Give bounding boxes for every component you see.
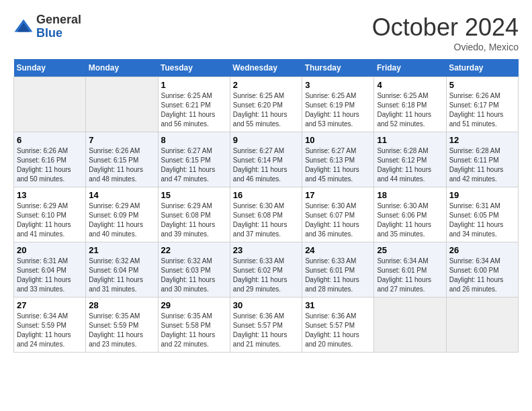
day-info: Sunrise: 6:28 AMSunset: 6:12 PMDaylight:…	[377, 146, 443, 184]
day-number: 2	[233, 80, 299, 90]
title-block: October 2024 Oviedo, Mexico	[372, 13, 519, 52]
day-info: Sunrise: 6:26 AMSunset: 6:16 PMDaylight:…	[17, 146, 83, 184]
day-cell-27: 27Sunrise: 6:34 AMSunset: 5:59 PMDayligh…	[14, 298, 86, 353]
week-row-5: 27Sunrise: 6:34 AMSunset: 5:59 PMDayligh…	[14, 298, 519, 353]
day-info: Sunrise: 6:26 AMSunset: 6:15 PMDaylight:…	[89, 146, 154, 184]
logo: General Blue	[13, 13, 81, 40]
day-info: Sunrise: 6:28 AMSunset: 6:11 PMDaylight:…	[449, 146, 515, 184]
day-cell-29: 29Sunrise: 6:35 AMSunset: 5:58 PMDayligh…	[158, 298, 230, 353]
location: Oviedo, Mexico	[372, 42, 519, 52]
day-cell-11: 11Sunrise: 6:28 AMSunset: 6:12 PMDayligh…	[374, 132, 446, 187]
day-cell-19: 19Sunrise: 6:31 AMSunset: 6:05 PMDayligh…	[446, 187, 518, 242]
day-cell-26: 26Sunrise: 6:34 AMSunset: 6:00 PMDayligh…	[446, 242, 518, 298]
day-number: 19	[449, 190, 515, 200]
day-info: Sunrise: 6:31 AMSunset: 6:04 PMDaylight:…	[17, 257, 83, 294]
day-number: 23	[233, 245, 299, 255]
empty-cell	[374, 298, 446, 353]
day-info: Sunrise: 6:29 AMSunset: 6:08 PMDaylight:…	[161, 201, 227, 239]
day-cell-12: 12Sunrise: 6:28 AMSunset: 6:11 PMDayligh…	[446, 132, 518, 187]
day-number: 26	[449, 245, 515, 255]
day-info: Sunrise: 6:34 AMSunset: 5:59 PMDaylight:…	[17, 312, 83, 349]
day-info: Sunrise: 6:34 AMSunset: 6:01 PMDaylight:…	[377, 257, 443, 294]
day-cell-23: 23Sunrise: 6:33 AMSunset: 6:02 PMDayligh…	[230, 242, 302, 298]
day-cell-5: 5Sunrise: 6:26 AMSunset: 6:17 PMDaylight…	[446, 77, 518, 132]
day-info: Sunrise: 6:30 AMSunset: 6:07 PMDaylight:…	[305, 201, 371, 239]
day-info: Sunrise: 6:35 AMSunset: 5:59 PMDaylight:…	[89, 312, 154, 349]
day-cell-20: 20Sunrise: 6:31 AMSunset: 6:04 PMDayligh…	[14, 242, 86, 298]
day-number: 12	[449, 135, 515, 145]
day-number: 10	[305, 135, 371, 145]
weekday-header-friday: Friday	[374, 59, 446, 77]
page-header: General Blue October 2024 Oviedo, Mexico	[13, 13, 519, 52]
day-number: 20	[17, 245, 83, 255]
day-number: 9	[233, 135, 299, 145]
day-number: 5	[449, 80, 515, 90]
empty-cell	[14, 77, 86, 132]
logo-icon	[13, 17, 34, 37]
day-cell-9: 9Sunrise: 6:27 AMSunset: 6:14 PMDaylight…	[230, 132, 302, 187]
week-row-3: 13Sunrise: 6:29 AMSunset: 6:10 PMDayligh…	[14, 187, 519, 242]
day-info: Sunrise: 6:36 AMSunset: 5:57 PMDaylight:…	[233, 312, 299, 349]
day-info: Sunrise: 6:32 AMSunset: 6:03 PMDaylight:…	[161, 257, 227, 294]
day-info: Sunrise: 6:29 AMSunset: 6:09 PMDaylight:…	[89, 201, 154, 239]
day-info: Sunrise: 6:29 AMSunset: 6:10 PMDaylight:…	[17, 201, 83, 239]
day-info: Sunrise: 6:25 AMSunset: 6:20 PMDaylight:…	[233, 91, 299, 129]
day-number: 28	[89, 300, 154, 310]
day-number: 16	[233, 190, 299, 200]
day-number: 31	[305, 300, 371, 310]
day-number: 24	[305, 245, 371, 255]
day-info: Sunrise: 6:27 AMSunset: 6:14 PMDaylight:…	[233, 146, 299, 184]
day-cell-18: 18Sunrise: 6:30 AMSunset: 6:06 PMDayligh…	[374, 187, 446, 242]
weekday-header-tuesday: Tuesday	[158, 59, 230, 77]
day-info: Sunrise: 6:35 AMSunset: 5:58 PMDaylight:…	[161, 312, 227, 349]
day-info: Sunrise: 6:36 AMSunset: 5:57 PMDaylight:…	[305, 312, 371, 349]
day-info: Sunrise: 6:32 AMSunset: 6:04 PMDaylight:…	[89, 257, 154, 294]
day-cell-1: 1Sunrise: 6:25 AMSunset: 6:21 PMDaylight…	[158, 77, 230, 132]
day-info: Sunrise: 6:25 AMSunset: 6:19 PMDaylight:…	[305, 91, 371, 129]
day-number: 8	[161, 135, 227, 145]
day-cell-31: 31Sunrise: 6:36 AMSunset: 5:57 PMDayligh…	[302, 298, 374, 353]
day-cell-28: 28Sunrise: 6:35 AMSunset: 5:59 PMDayligh…	[86, 298, 158, 353]
day-info: Sunrise: 6:31 AMSunset: 6:05 PMDaylight:…	[449, 201, 515, 239]
day-info: Sunrise: 6:34 AMSunset: 6:00 PMDaylight:…	[449, 257, 515, 294]
day-number: 15	[161, 190, 227, 200]
day-info: Sunrise: 6:33 AMSunset: 6:02 PMDaylight:…	[233, 257, 299, 294]
day-cell-4: 4Sunrise: 6:25 AMSunset: 6:18 PMDaylight…	[374, 77, 446, 132]
day-number: 18	[377, 190, 443, 200]
day-number: 1	[161, 80, 227, 90]
day-cell-3: 3Sunrise: 6:25 AMSunset: 6:19 PMDaylight…	[302, 77, 374, 132]
day-cell-16: 16Sunrise: 6:30 AMSunset: 6:08 PMDayligh…	[230, 187, 302, 242]
day-info: Sunrise: 6:30 AMSunset: 6:08 PMDaylight:…	[233, 201, 299, 239]
empty-cell	[446, 298, 518, 353]
day-number: 29	[161, 300, 227, 310]
day-cell-8: 8Sunrise: 6:27 AMSunset: 6:15 PMDaylight…	[158, 132, 230, 187]
day-info: Sunrise: 6:26 AMSunset: 6:17 PMDaylight:…	[449, 91, 515, 129]
day-cell-15: 15Sunrise: 6:29 AMSunset: 6:08 PMDayligh…	[158, 187, 230, 242]
weekday-header-sunday: Sunday	[14, 59, 86, 77]
week-row-4: 20Sunrise: 6:31 AMSunset: 6:04 PMDayligh…	[14, 242, 519, 298]
day-number: 13	[17, 190, 83, 200]
day-number: 14	[89, 190, 154, 200]
day-info: Sunrise: 6:27 AMSunset: 6:13 PMDaylight:…	[305, 146, 371, 184]
day-info: Sunrise: 6:30 AMSunset: 6:06 PMDaylight:…	[377, 201, 443, 239]
day-cell-6: 6Sunrise: 6:26 AMSunset: 6:16 PMDaylight…	[14, 132, 86, 187]
day-number: 25	[377, 245, 443, 255]
day-number: 6	[17, 135, 83, 145]
day-number: 3	[305, 80, 371, 90]
day-cell-21: 21Sunrise: 6:32 AMSunset: 6:04 PMDayligh…	[86, 242, 158, 298]
day-cell-13: 13Sunrise: 6:29 AMSunset: 6:10 PMDayligh…	[14, 187, 86, 242]
empty-cell	[86, 77, 158, 132]
day-info: Sunrise: 6:33 AMSunset: 6:01 PMDaylight:…	[305, 257, 371, 294]
day-info: Sunrise: 6:25 AMSunset: 6:21 PMDaylight:…	[161, 91, 227, 129]
day-cell-7: 7Sunrise: 6:26 AMSunset: 6:15 PMDaylight…	[86, 132, 158, 187]
day-number: 21	[89, 245, 154, 255]
weekday-header-row: SundayMondayTuesdayWednesdayThursdayFrid…	[14, 59, 519, 77]
month-title: October 2024	[372, 13, 519, 42]
day-number: 17	[305, 190, 371, 200]
day-info: Sunrise: 6:27 AMSunset: 6:15 PMDaylight:…	[161, 146, 227, 184]
day-number: 27	[17, 300, 83, 310]
week-row-2: 6Sunrise: 6:26 AMSunset: 6:16 PMDaylight…	[14, 132, 519, 187]
day-cell-24: 24Sunrise: 6:33 AMSunset: 6:01 PMDayligh…	[302, 242, 374, 298]
weekday-header-thursday: Thursday	[302, 59, 374, 77]
day-cell-14: 14Sunrise: 6:29 AMSunset: 6:09 PMDayligh…	[86, 187, 158, 242]
